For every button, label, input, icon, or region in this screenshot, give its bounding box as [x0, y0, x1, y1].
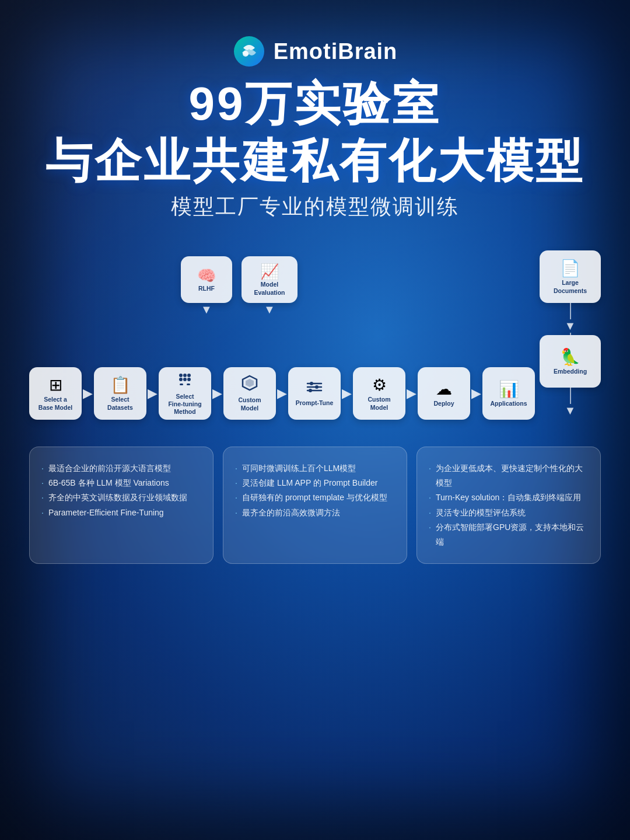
brand-name-text: EmotiBrain	[274, 39, 398, 64]
info-card-3-item-3: 灵活专业的模型评估系统	[429, 506, 589, 520]
svg-rect-8	[180, 384, 183, 385]
svg-point-5	[179, 378, 183, 381]
node-model-evaluation: 📈 ModelEvaluation	[242, 256, 298, 303]
info-card-2-list: 可同时微调训练上百个LLM模型 灵活创建 LLM APP 的 Prompt Bu…	[235, 461, 395, 520]
model-eval-arrow: ▼	[264, 303, 275, 316]
select-base-model-label: Select aBase Model	[38, 396, 72, 411]
applications-icon: 📊	[499, 379, 519, 399]
info-card-3-list: 为企业更低成本、更快速定制个性化的大模型 Turn-Key solution：自…	[429, 461, 589, 549]
arrow-3: ▶	[212, 386, 222, 401]
prompt-tune-label: Prompt-Tune	[296, 399, 334, 407]
node-custom-model-2: ⚙ CustomModel	[353, 367, 405, 420]
arrow-4: ▶	[277, 386, 287, 401]
info-card-3-item-2: Turn-Key solution：自动集成到终端应用	[429, 490, 589, 505]
node-large-documents: 📄 LargeDocuments	[540, 250, 601, 303]
svg-point-2	[179, 374, 183, 377]
info-cards-section: 最适合企业的前沿开源大语言模型 6B-65B 各种 LLM 模型 Variati…	[29, 447, 601, 564]
large-documents-label: LargeDocuments	[554, 279, 587, 294]
info-card-3-item-1: 为企业更低成本、更快速定制个性化的大模型	[429, 461, 589, 490]
arrow-2: ▶	[148, 386, 158, 401]
arrow-7: ▶	[471, 386, 481, 401]
node-deploy: ☁ Deploy	[418, 367, 470, 420]
main-pipeline-row: ⊞ Select aBase Model ▶ 📋 SelectDatasets …	[29, 367, 601, 420]
info-card-2-item-2: 灵活创建 LLM APP 的 Prompt Builder	[235, 476, 395, 490]
model-eval-icon: 📈	[260, 263, 279, 281]
headline-subtitle: 模型工厂专业的模型微调训练	[171, 193, 459, 221]
node-rlhf: 🧠 RLHF	[181, 256, 232, 303]
v-connector-1	[570, 303, 571, 319]
info-card-1-item-3: 齐全的中英文训练数据及行业领域数据	[41, 490, 201, 505]
arrow-5: ▶	[342, 386, 352, 401]
node-rlhf-container: 🧠 RLHF ▼	[181, 256, 232, 316]
select-finetuning-icon	[177, 371, 193, 392]
arrow-6: ▶	[407, 386, 416, 401]
pipeline-diagram: 📄 LargeDocuments ▼ 🦜 Embedding ▼	[29, 250, 601, 420]
large-documents-icon: 📄	[560, 259, 580, 278]
info-card-1-item-4: Parameter-Efficient Fine-Tuning	[41, 506, 201, 520]
svg-point-15	[310, 382, 313, 385]
select-base-model-icon: ⊞	[49, 375, 62, 395]
info-card-2-item-1: 可同时微调训练上百个LLM模型	[235, 461, 395, 476]
node-prompt-tune: Prompt-Tune	[288, 367, 341, 420]
info-card-2: 可同时微调训练上百个LLM模型 灵活创建 LLM APP 的 Prompt Bu…	[223, 447, 407, 564]
node-select-datasets: 📋 SelectDatasets	[94, 367, 146, 420]
info-card-1-item-2: 6B-65B 各种 LLM 模型 Variations	[41, 476, 201, 490]
select-finetuning-label: SelectFine-tuningMethod	[168, 393, 201, 416]
svg-rect-9	[187, 384, 190, 385]
svg-point-17	[309, 389, 312, 392]
rlhf-arrow: ▼	[201, 303, 212, 316]
svg-point-1	[243, 51, 249, 57]
headline-line2: 与企业共建私有化大模型	[46, 135, 584, 187]
rlhf-icon: 🧠	[197, 267, 216, 285]
prompt-tune-icon	[306, 379, 323, 398]
svg-marker-11	[246, 379, 254, 387]
svg-point-16	[315, 385, 318, 389]
info-card-1-item-1: 最适合企业的前沿开源大语言模型	[41, 461, 201, 476]
custom-model-1-icon	[242, 375, 258, 395]
info-card-3: 为企业更低成本、更快速定制个性化的大模型 Turn-Key solution：自…	[416, 447, 601, 564]
deploy-label: Deploy	[433, 400, 454, 407]
applications-label: Applications	[490, 400, 527, 407]
info-card-1: 最适合企业的前沿开源大语言模型 6B-65B 各种 LLM 模型 Variati…	[29, 447, 214, 564]
custom-model-2-label: CustomModel	[368, 396, 390, 411]
select-datasets-icon: 📋	[110, 375, 131, 395]
deploy-icon: ☁	[436, 379, 452, 399]
custom-model-1-label: CustomModel	[238, 396, 261, 412]
info-card-3-item-4: 分布式智能部署GPU资源，支持本地和云端	[429, 520, 589, 549]
embedding-icon: 🦜	[560, 347, 580, 367]
headline-line1: 99万实验室	[189, 78, 442, 130]
rlhf-label: RLHF	[198, 285, 215, 292]
info-card-2-item-3: 自研独有的 prompt template 与优化模型	[235, 490, 395, 505]
brand-logo-icon	[233, 35, 265, 68]
info-card-1-list: 最适合企业的前沿开源大语言模型 6B-65B 各种 LLM 模型 Variati…	[41, 461, 201, 520]
svg-point-7	[187, 378, 191, 381]
arrow-1: ▶	[83, 386, 93, 401]
node-model-eval-container: 📈 ModelEvaluation ▼	[242, 256, 298, 316]
info-card-2-item-4: 最齐全的前沿高效微调方法	[235, 506, 395, 520]
select-datasets-label: SelectDatasets	[107, 396, 133, 411]
svg-point-3	[183, 374, 187, 377]
node-custom-model-1: CustomModel	[223, 367, 276, 420]
arrow-down-1: ▼	[565, 319, 576, 333]
node-select-finetuning: SelectFine-tuningMethod	[159, 367, 211, 420]
brand-header: EmotiBrain	[233, 35, 398, 68]
svg-point-6	[183, 378, 187, 381]
custom-model-2-icon: ⚙	[372, 375, 387, 395]
model-eval-label: ModelEvaluation	[254, 281, 285, 296]
node-applications: 📊 Applications	[482, 367, 535, 420]
node-select-base-model: ⊞ Select aBase Model	[29, 367, 82, 420]
svg-point-4	[187, 374, 191, 377]
